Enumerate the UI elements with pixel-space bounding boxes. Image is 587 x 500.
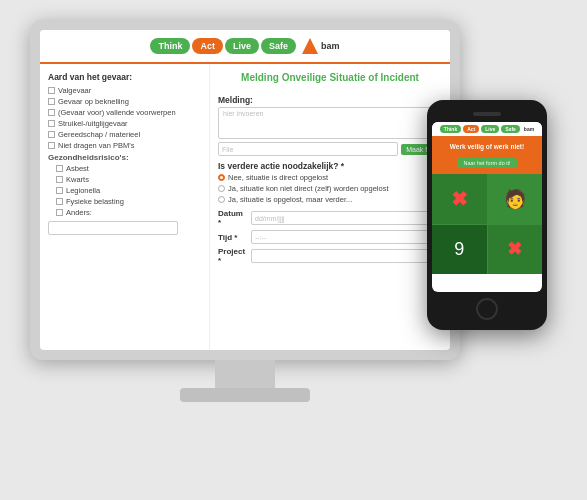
form-left: Aard van het gevaar: Valgevaar Gevaar op…: [40, 64, 210, 350]
project-input[interactable]: [251, 249, 442, 263]
phone-pill-think: Think: [440, 125, 461, 133]
health-section-title: Gezondheidsrisico's:: [48, 153, 201, 162]
tijd-placeholder: --:--: [255, 234, 266, 241]
phone-body: Think Act Live Safe bam Werk veilig of w…: [427, 100, 547, 330]
phone-screen: Think Act Live Safe bam Werk veilig of w…: [432, 122, 542, 292]
radio-nee-dot[interactable]: [218, 174, 225, 181]
checkbox-asbest[interactable]: [56, 165, 63, 172]
pill-think[interactable]: Think: [150, 38, 190, 54]
grid-icon-2: 🧑: [504, 188, 526, 210]
check-item-kwarts: Kwarts: [56, 175, 201, 184]
radio-ja2: Ja, situatie is opgelost, maar verder...: [218, 195, 442, 204]
melding-label: Melding:: [218, 95, 442, 105]
check-item: Gereedschap / materieel: [48, 130, 201, 139]
monitor-screen: Think Act Live Safe bam Aard van he: [40, 30, 450, 350]
datum-row: Datum * dd/mm/jjjj: [218, 209, 442, 227]
check-item-legionella: Legionella: [56, 186, 201, 195]
form-title: Melding Onveilige Situatie of Incident: [218, 72, 442, 87]
form-content: Aard van het gevaar: Valgevaar Gevaar op…: [40, 64, 450, 350]
bam-logo: bam: [302, 38, 340, 54]
check-item: Niet dragen van PBM's: [48, 141, 201, 150]
melding-textarea[interactable]: hier invoeren: [218, 107, 442, 139]
check-item: Valgevaar: [48, 86, 201, 95]
datum-placeholder: dd/mm/jjjj: [255, 215, 285, 222]
bam-text: bam: [321, 41, 340, 51]
tijd-row: Tijd * --:--: [218, 230, 442, 244]
desktop-monitor: Think Act Live Safe bam Aard van he: [30, 20, 460, 410]
monitor-base: [180, 388, 310, 402]
grid-icon-3: 9: [454, 239, 464, 260]
checkbox-valgevaar[interactable]: [48, 87, 55, 94]
nav-pills: Think Act Live Safe bam: [150, 38, 339, 54]
checkbox-struikel[interactable]: [48, 120, 55, 127]
radio-nee-label: Nee, situatie is direct opgelost: [228, 173, 328, 182]
pill-act[interactable]: Act: [192, 38, 223, 54]
grid-icon-4: ✖: [507, 238, 522, 260]
radio-ja1-label: Ja, situatie kon niet direct (zelf) word…: [228, 184, 389, 193]
check-item-asbest: Asbest: [56, 164, 201, 173]
file-placeholder: File: [222, 146, 233, 153]
project-row: Project *: [218, 247, 442, 265]
phone-nav: Think Act Live Safe bam: [432, 122, 542, 137]
checkbox-beknelling[interactable]: [48, 98, 55, 105]
melding-placeholder: hier invoeren: [223, 110, 263, 117]
phone-speaker: [473, 112, 501, 116]
tijd-label: Tijd *: [218, 233, 248, 242]
grid-cell-3: 9: [432, 225, 487, 275]
radio-ja2-dot[interactable]: [218, 196, 225, 203]
nav-bar: Think Act Live Safe bam: [40, 30, 450, 64]
left-section-title: Aard van het gevaar:: [48, 72, 201, 82]
phone-image-grid: ✖ 🧑 9 ✖: [432, 174, 542, 274]
radio-ja1: Ja, situatie kon niet direct (zelf) word…: [218, 184, 442, 193]
radio-ja2-label: Ja, situatie is opgelost, maar verder...: [228, 195, 352, 204]
checkbox-kwarts[interactable]: [56, 176, 63, 183]
datum-input[interactable]: dd/mm/jjjj: [251, 211, 442, 225]
radio-nee: Nee, situatie is direct opgelost: [218, 173, 442, 182]
phone-pill-live: Live: [481, 125, 499, 133]
scene: Think Act Live Safe bam Aard van he: [0, 0, 587, 500]
grid-icon-1: ✖: [451, 187, 468, 211]
pill-live[interactable]: Live: [225, 38, 259, 54]
checkbox-vallende[interactable]: [48, 109, 55, 116]
grid-cell-4: ✖: [488, 225, 543, 275]
radio-ja1-dot[interactable]: [218, 185, 225, 192]
file-input[interactable]: File: [218, 142, 398, 156]
datum-label: Datum *: [218, 209, 248, 227]
check-item: Gevaar op beknelling: [48, 97, 201, 106]
pill-safe[interactable]: Safe: [261, 38, 296, 54]
phone-bam: bam: [524, 126, 534, 132]
phone-banner-text: Werk veilig of werk niet!: [438, 142, 536, 151]
project-label: Project *: [218, 247, 248, 265]
phone-home-button[interactable]: [476, 298, 498, 320]
monitor-outer: Think Act Live Safe bam Aard van he: [30, 20, 460, 360]
grid-cell-1: ✖: [432, 174, 487, 224]
check-item: Struikel-/uitglij­gevaar: [48, 119, 201, 128]
action-label: Is verdere actie noodzakelijk? *: [218, 161, 442, 171]
checkbox-legionella[interactable]: [56, 187, 63, 194]
checkbox-pbm[interactable]: [48, 142, 55, 149]
check-item-fysieke: Fysieke belasting: [56, 197, 201, 206]
grid-cell-2: 🧑: [488, 174, 543, 224]
checkbox-fysieke[interactable]: [56, 198, 63, 205]
form-right: Melding Onveilige Situatie of Incident i…: [210, 64, 450, 350]
file-row: File Maak foto: [218, 142, 442, 156]
phone-cta-btn[interactable]: Naar het form do it!: [457, 158, 516, 168]
check-item: (Gevaar voor) vallende voorwerpen: [48, 108, 201, 117]
mobile-phone: Think Act Live Safe bam Werk veilig of w…: [427, 100, 547, 340]
check-item-anders: Anders:: [56, 208, 201, 217]
tijd-input[interactable]: --:--: [251, 230, 442, 244]
phone-banner: Werk veilig of werk niet! Naar het form …: [432, 137, 542, 174]
phone-pill-safe: Safe: [501, 125, 520, 133]
phone-pill-act: Act: [463, 125, 479, 133]
checkbox-gereedschap[interactable]: [48, 131, 55, 138]
monitor-neck: [215, 360, 275, 388]
checkbox-anders[interactable]: [56, 209, 63, 216]
anders-input[interactable]: [48, 221, 178, 235]
bam-icon: [302, 38, 318, 54]
